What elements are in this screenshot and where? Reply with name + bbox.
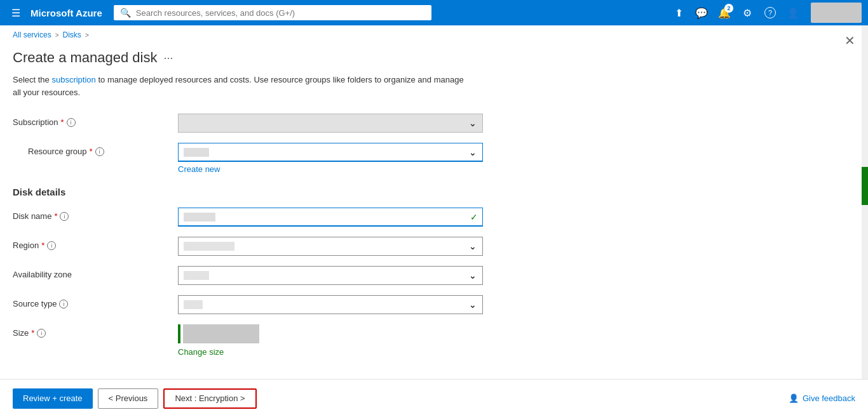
disk-name-required: * [54,211,57,221]
support-icon[interactable]: 👤 [783,3,803,23]
availability-zone-select-wrapper: ⌄ [178,266,483,285]
user-avatar[interactable] [811,3,862,23]
disk-name-label: Disk name * i [13,208,178,221]
top-navigation: ☰ Microsoft Azure 🔍 ⬆ 💬 🔔 2 ⚙ ? 👤 [0,0,868,25]
region-select[interactable] [178,237,483,256]
main-content: Create a managed disk ··· Select the sub… [0,44,572,417]
give-feedback-label: Give feedback [803,394,855,403]
search-input[interactable] [136,8,425,18]
search-icon: 🔍 [120,8,131,18]
next-encryption-button[interactable]: Next : Encryption > [163,388,256,409]
region-label: Region * i [13,237,178,250]
source-type-label: Source type i [13,295,178,308]
resource-group-info-icon[interactable]: i [95,147,104,156]
notifications-icon[interactable]: 🔔 2 [714,3,735,23]
disk-name-control: ✓ [178,208,483,227]
resource-group-required: * [90,147,93,156]
source-type-select[interactable] [178,295,483,314]
resource-group-control: ⌄ Create new [178,143,483,174]
resource-group-label: Resource group * i [13,143,178,156]
size-green-bar [178,324,180,343]
page-title: Create a managed disk [13,50,157,66]
subscription-row: Subscription * i ⌄ [13,114,559,133]
hamburger-menu-button[interactable]: ☰ [6,4,25,22]
breadcrumb-disks[interactable]: Disks [63,30,81,39]
region-required: * [41,241,44,250]
size-row: Size * i Change size [13,324,559,357]
resource-group-row: Resource group * i ⌄ Create new [13,143,559,174]
size-label: Size * i [13,324,178,338]
availability-zone-control: ⌄ [178,266,483,285]
page-description: Select the subscription to manage deploy… [13,74,470,98]
size-info-icon[interactable]: i [37,329,46,338]
scroll-thumb[interactable] [862,167,868,205]
region-info-icon[interactable]: i [47,241,56,250]
subscription-control: ⌄ [178,114,483,133]
close-button[interactable]: ✕ [844,33,855,48]
subscription-select-placeholder [178,114,483,133]
review-create-button[interactable]: Review + create [13,388,93,409]
availability-zone-label: Availability zone [13,266,178,279]
disk-name-field-display[interactable] [178,208,483,227]
previous-button[interactable]: < Previous [98,388,159,409]
change-size-link[interactable]: Change size [178,347,224,357]
create-new-resource-group-link[interactable]: Create new [178,164,220,174]
size-control: Change size [178,324,483,357]
cloud-upload-icon[interactable]: ⬆ [668,3,689,23]
source-type-row: Source type i ⌄ [13,295,559,314]
notification-badge: 2 [724,4,733,13]
scrollbar[interactable] [862,25,868,379]
breadcrumb: All services > Disks > [0,25,868,44]
resource-group-select[interactable] [178,143,483,162]
feedback-icon[interactable]: 💬 [691,3,712,23]
size-display-row [178,324,483,343]
disk-name-input-wrapper: ✓ [178,208,483,227]
region-select-wrapper: ⌄ [178,237,483,256]
size-value-display [183,324,259,343]
page-header: Create a managed disk ··· [13,44,559,71]
brand-logo: Microsoft Azure [31,8,102,18]
subscription-info-icon[interactable]: i [67,118,76,127]
give-feedback-button[interactable]: 👤 Give feedback [789,394,855,403]
disk-name-row: Disk name * i ✓ [13,208,559,227]
search-bar[interactable]: 🔍 [114,5,431,20]
nav-icons: ⬆ 💬 🔔 2 ⚙ ? 👤 [668,3,862,23]
page-options-button[interactable]: ··· [163,51,173,65]
disk-name-valid-icon: ✓ [470,212,478,222]
resource-group-select-wrapper: ⌄ [178,143,483,162]
source-type-info-icon[interactable]: i [59,300,68,308]
subscription-select-wrapper: ⌄ [178,114,483,133]
availability-zone-select[interactable] [178,266,483,285]
help-icon[interactable]: ? [760,3,780,23]
breadcrumb-all-services[interactable]: All services [13,30,51,39]
size-required: * [31,328,34,338]
subscription-label: Subscription * i [13,114,178,127]
settings-icon[interactable]: ⚙ [737,3,757,23]
disk-details-heading: Disk details [13,187,559,197]
disk-name-info-icon[interactable]: i [60,212,69,221]
source-type-control: ⌄ [178,295,483,314]
availability-zone-row: Availability zone ⌄ [13,266,559,285]
subscription-required: * [61,117,64,127]
breadcrumb-sep-2: > [85,32,89,39]
region-row: Region * i ⌄ [13,237,559,256]
breadcrumb-sep-1: > [55,32,59,39]
source-type-select-wrapper: ⌄ [178,295,483,314]
feedback-person-icon: 👤 [789,394,799,403]
footer: Review + create < Previous Next : Encryp… [0,379,868,417]
region-control: ⌄ [178,237,483,256]
